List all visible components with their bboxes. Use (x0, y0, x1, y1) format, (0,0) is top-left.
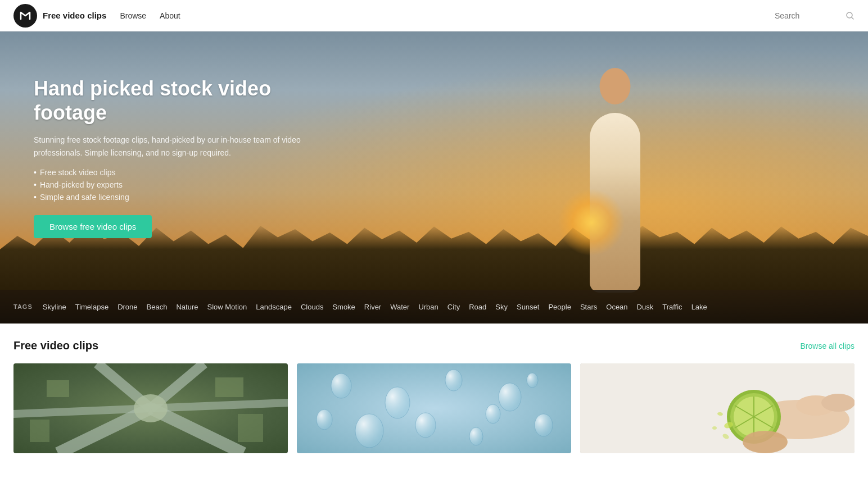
search-icon (846, 11, 855, 20)
hero-section: Hand picked stock video footage Stunning… (0, 31, 868, 324)
svg-point-17 (317, 409, 332, 430)
svg-point-13 (535, 414, 553, 436)
svg-point-33 (712, 426, 717, 430)
logo-icon (13, 4, 37, 28)
svg-point-14 (355, 414, 383, 448)
site-name: Free video clips (43, 11, 106, 20)
svg-point-15 (415, 413, 436, 438)
site-header: Free video clips Browse About (0, 0, 868, 31)
tag-ocean[interactable]: Ocean (603, 302, 631, 312)
tag-urban[interactable]: Urban (415, 302, 441, 312)
person-head (600, 68, 631, 104)
hero-subtitle: Stunning free stock footage clips, hand-… (34, 134, 326, 159)
main-nav: Browse About (120, 11, 180, 20)
svg-rect-7 (238, 414, 263, 442)
svg-point-23 (821, 394, 855, 412)
svg-point-10 (385, 387, 410, 418)
bullet-3: Simple and safe licensing (34, 193, 326, 202)
clips-section-header: Free video clips Browse all clips (13, 339, 855, 352)
svg-point-3 (134, 394, 168, 422)
header-search-area (775, 11, 855, 20)
svg-point-34 (743, 431, 788, 453)
tag-sky[interactable]: Sky (492, 302, 511, 312)
tag-sunset[interactable]: Sunset (513, 302, 542, 312)
tag-beach[interactable]: Beach (143, 302, 171, 312)
clip-thumbnail-1 (13, 363, 288, 453)
tag-road[interactable]: Road (465, 302, 490, 312)
person-body (590, 113, 640, 293)
tag-city[interactable]: City (444, 302, 463, 312)
hero-content: Hand picked stock video footage Stunning… (34, 76, 326, 238)
clip-card-3[interactable] (580, 363, 855, 453)
clip-card-2[interactable] (297, 363, 571, 453)
tag-smoke[interactable]: Smoke (329, 302, 358, 312)
nav-about[interactable]: About (160, 11, 180, 20)
clip-thumbnail-2 (297, 363, 571, 453)
svg-rect-6 (30, 420, 49, 442)
hero-person-figure (553, 79, 677, 293)
tag-river[interactable]: River (361, 302, 385, 312)
svg-point-18 (527, 373, 538, 388)
tags-bar: TAGS Skyline Timelapse Drone Beach Natur… (0, 290, 868, 324)
bullet-1: Free stock video clips (34, 168, 326, 177)
tag-lake[interactable]: Lake (688, 302, 711, 312)
tag-traffic[interactable]: Traffic (659, 302, 685, 312)
tag-clouds[interactable]: Clouds (297, 302, 327, 312)
clips-grid (13, 363, 855, 453)
search-input[interactable] (775, 11, 842, 20)
svg-point-9 (331, 373, 351, 398)
tag-drone[interactable]: Drone (114, 302, 141, 312)
hero-bullets: Free stock video clips Hand-picked by ex… (34, 168, 326, 202)
bullet-2: Hand-picked by experts (34, 180, 326, 189)
browse-cta-button[interactable]: Browse free video clips (34, 215, 152, 238)
hero-title: Hand picked stock video footage (34, 76, 326, 125)
tag-slow-motion[interactable]: Slow Motion (204, 302, 250, 312)
tag-timelapse[interactable]: Timelapse (72, 302, 112, 312)
tag-nature[interactable]: Nature (173, 302, 201, 312)
nav-browse[interactable]: Browse (120, 11, 146, 20)
clip-thumbnail-3 (580, 363, 855, 453)
svg-point-19 (486, 404, 500, 423)
svg-point-11 (445, 370, 462, 391)
svg-point-12 (499, 383, 521, 411)
tag-skyline[interactable]: Skyline (39, 302, 70, 312)
svg-rect-4 (47, 380, 69, 397)
clip-card-1[interactable] (13, 363, 288, 453)
svg-point-16 (469, 427, 483, 445)
svg-rect-5 (215, 377, 243, 397)
browse-all-link[interactable]: Browse all clips (801, 341, 855, 350)
tag-people[interactable]: People (545, 302, 574, 312)
tag-stars[interactable]: Stars (577, 302, 600, 312)
tag-water[interactable]: Water (387, 302, 413, 312)
tag-dusk[interactable]: Dusk (634, 302, 657, 312)
tags-label: TAGS (13, 303, 33, 310)
clips-section: Free video clips Browse all clips (0, 324, 868, 453)
svg-line-1 (852, 17, 853, 19)
logo-link[interactable]: Free video clips (13, 4, 106, 28)
clips-section-title: Free video clips (13, 339, 98, 352)
tag-landscape[interactable]: Landscape (252, 302, 295, 312)
